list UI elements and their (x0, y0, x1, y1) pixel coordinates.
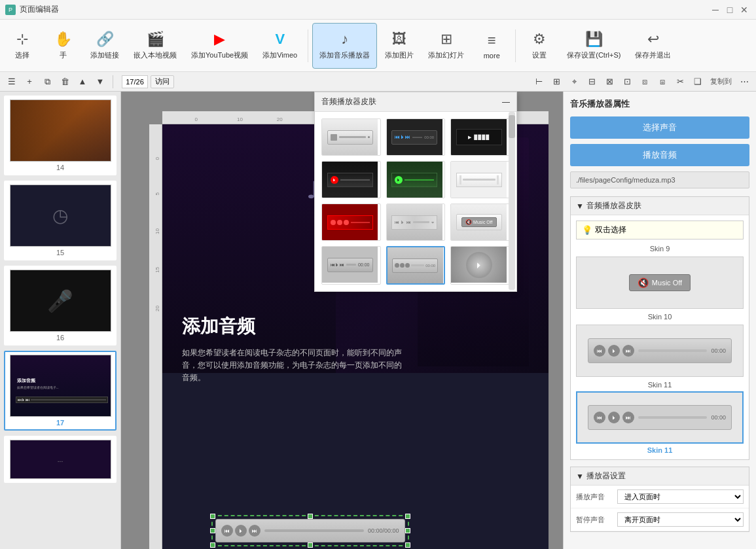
tb2-select-btn[interactable]: ⊡ (619, 75, 635, 89)
tb2-delete-btn[interactable]: 🗑 (57, 75, 73, 89)
close-button[interactable]: ✕ (738, 3, 751, 16)
embed-local-video-button[interactable]: 🎬 嵌入本地视频 (127, 23, 183, 69)
skin-cell-4[interactable]: ⏵ (321, 161, 381, 198)
thumbnail-16[interactable]: 🎤 16 (4, 266, 117, 345)
tb2-copy-btn[interactable]: ⧉ (39, 75, 55, 89)
goto-page-button[interactable]: 访问 (151, 75, 174, 88)
save-button[interactable]: 💾 保存设置(Ctrl+S) (560, 23, 627, 69)
add-youtube-button[interactable]: ▶ 添加YouTube视频 (185, 23, 255, 69)
tb2-up-btn[interactable]: ▲ (75, 75, 90, 89)
add-link-button[interactable]: 🔗 添加链接 (84, 23, 126, 69)
skin-cell-6[interactable] (450, 161, 510, 198)
skin10-play: ⏵ (608, 345, 620, 357)
skin-cell-8[interactable]: ⏮ ⏵ ⏭ ❤ (386, 204, 446, 241)
resize-handle-tm[interactable] (308, 514, 313, 519)
add-image-button[interactable]: 🖼 添加图片 (378, 23, 420, 69)
tb2-add-btn[interactable]: + (22, 75, 37, 89)
bulb-icon: 💡 (582, 225, 592, 235)
play-sound-button[interactable]: 播放音频 (570, 144, 749, 166)
add-vimeo-button[interactable]: V 添加Vimeo (256, 23, 304, 69)
tb2-clone-btn[interactable]: ❑ (690, 75, 706, 89)
tb2-grid-btn[interactable]: ⊞ (549, 75, 564, 89)
add-slideshow-button[interactable]: ⊞ 添加幻灯片 (422, 23, 471, 69)
image-icon: 🖼 (392, 31, 406, 48)
thumbnail-panel: 14 ◷ 15 🎤 16 添加音频 如果您希望读者在阅读电子... ⏮⏵⏭ (0, 92, 121, 549)
tb2-snap-btn[interactable]: ⌖ (566, 75, 582, 89)
vimeo-icon: V (275, 31, 285, 48)
save-exit-button[interactable]: ↩ 保存并退出 (628, 23, 677, 69)
skin-cell-7[interactable] (321, 204, 381, 241)
resize-handle-br[interactable] (405, 542, 410, 548)
player-prev-btn[interactable]: ⏮ (221, 525, 233, 537)
right-panel: 音乐播放器属性 选择声音 播放音频 ./files/pageConfig/med… (563, 92, 756, 549)
skin-select-area[interactable]: 💡 双击选择 (576, 221, 744, 239)
resize-handle-ml[interactable] (210, 528, 215, 533)
select-tool[interactable]: ⊹ 选择 (3, 23, 42, 69)
file-path-display: ./files/pageConfig/meduza.mp3 (570, 171, 749, 188)
skin-cell-3[interactable]: ▶ ████ (450, 118, 510, 156)
add-music-player-button[interactable]: ♪ 添加音乐播放器 (312, 23, 377, 69)
skin-preview-4: ⏵ (322, 162, 378, 198)
title-bar-controls: ─ □ ✕ (709, 3, 751, 16)
tb2-paste-btn[interactable]: ⧆ (655, 75, 670, 89)
select-sound-button[interactable]: 选择声音 (570, 116, 749, 139)
resize-handle-bl[interactable] (210, 542, 215, 548)
main-layout: 14 ◷ 15 🎤 16 添加音频 如果您希望读者在阅读电子... ⏮⏵⏭ (0, 92, 756, 549)
thumbnail-16-image: 🎤 (10, 270, 111, 332)
resize-handle-mr[interactable] (405, 528, 410, 533)
tb2-list-btn[interactable]: ☰ (4, 75, 20, 89)
skin-cell-1[interactable] (321, 118, 381, 156)
playback-section-body: 播放声音 进入页面时 暂停声音 离开页面时 (571, 486, 749, 531)
settings-button[interactable]: ⚙ 设置 (520, 23, 559, 69)
skin-section-header[interactable]: ▼ 音频播放器皮肤 (571, 197, 749, 215)
skin-cell-10[interactable]: ⏮⏵⏭ 00:00 (321, 246, 381, 285)
resize-handle-tr[interactable] (405, 514, 410, 519)
tb2-copy2-btn[interactable]: ⧇ (637, 75, 653, 89)
player-play-btn[interactable]: ⏵ (235, 525, 247, 537)
resize-handle-bm[interactable] (308, 542, 313, 548)
tb2-layout-btn[interactable]: ⊠ (602, 75, 617, 89)
hand-tool[interactable]: ✋ 手 (43, 23, 82, 69)
thumbnail-18[interactable]: ... (4, 436, 117, 483)
skin-preview-1 (322, 119, 378, 155)
skin-cell-11[interactable]: 00:00 (386, 246, 446, 285)
page-main-title: 添加音频 (182, 314, 405, 339)
tb2-cut-btn[interactable]: ✂ (672, 75, 688, 89)
tb2-align-btn[interactable]: ⊟ (584, 75, 600, 89)
thumbnail-14[interactable]: 14 (4, 96, 117, 175)
canvas-area: 音频播放器皮肤 — (121, 92, 563, 549)
maximize-button[interactable]: □ (723, 3, 736, 16)
tb2-ruler-btn[interactable]: ⊢ (531, 75, 547, 89)
pause-on-select[interactable]: 离开页面时 (617, 512, 744, 527)
skin-cell-12[interactable]: ⏵ (450, 246, 510, 285)
skin10-prev: ⏮ (594, 345, 605, 357)
skin-cell-2[interactable]: ⏮⏵⏭ 00:00 (386, 118, 446, 156)
skin-cell-5[interactable]: ⏵ (386, 161, 446, 198)
tb2-down-btn[interactable]: ▼ (92, 75, 108, 89)
more-button[interactable]: ≡ more (472, 23, 511, 69)
playback-section-title: 播放器设置 (586, 470, 626, 482)
page-number-input[interactable] (122, 75, 148, 88)
skin-dropdown-close[interactable]: — (502, 97, 510, 107)
thumbnail-16-num: 16 (56, 334, 64, 342)
right-panel-title: 音乐播放器属性 (570, 98, 749, 110)
skin-dropdown-scrollbar[interactable] (509, 112, 515, 290)
skin10-time: 00:00 (711, 347, 726, 354)
skin-cell-9[interactable]: 🔇 Music Off (450, 204, 510, 241)
add-image-label: 添加图片 (385, 50, 414, 60)
thumbnail-17-image: 添加音频 如果您希望读者在阅读电子... ⏮⏵⏭ (10, 355, 111, 417)
minimize-button[interactable]: ─ (709, 3, 722, 16)
playback-on-select[interactable]: 进入页面时 (617, 489, 744, 504)
player-next-btn[interactable]: ⏭ (249, 525, 261, 537)
skin11-time: 00:00 (711, 414, 726, 421)
skin-dropdown-title-text: 音频播放器皮肤 (321, 96, 376, 107)
playback-section-header[interactable]: ▼ 播放器设置 (571, 467, 749, 486)
thumbnail-17[interactable]: 添加音频 如果您希望读者在阅读电子... ⏮⏵⏭ 17 (4, 351, 117, 431)
player-progress-bar[interactable] (264, 529, 364, 532)
resize-handle-tl[interactable] (210, 514, 215, 519)
thumbnail-15[interactable]: ◷ 15 (4, 181, 117, 260)
select-icon: ⊹ (16, 31, 28, 48)
skin-preview-6 (451, 162, 507, 198)
tb2-more-btn[interactable]: ⋯ (736, 75, 752, 89)
skin11-label-area: Skin 11 ⏮ ⏵ ⏭ 00:00 Skin 11 (576, 381, 744, 454)
